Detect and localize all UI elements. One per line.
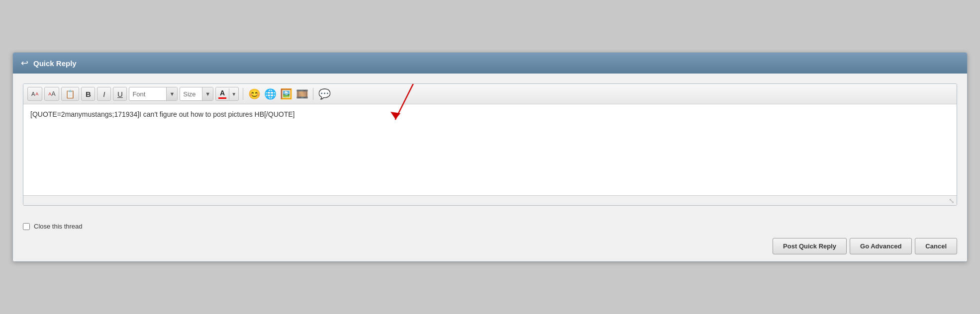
separator-2	[313, 88, 313, 100]
font-selector[interactable]: Font ▼	[129, 87, 178, 101]
image-button[interactable]: 🖼️	[279, 87, 293, 101]
clipboard-icon: 📋	[65, 89, 75, 99]
toolbar: A A A A 📋 B I	[23, 84, 957, 104]
font-increase-icon: A	[51, 90, 55, 97]
close-thread-checkbox[interactable]	[23, 223, 30, 230]
back-icon: ↩	[21, 58, 28, 69]
panel-body: A A A A 📋 B I	[13, 74, 967, 216]
panel-footer: Close this thread Post Quick Reply Go Ad…	[13, 216, 967, 261]
reply-textarea[interactable]: [QUOTE=2manymustangs;171934]I can't figu…	[23, 104, 957, 194]
size-selector-arrow[interactable]: ▼	[202, 87, 213, 100]
bold-label: B	[86, 90, 91, 98]
quote-button[interactable]: 💬	[317, 87, 331, 101]
font-color-button[interactable]: A ▼	[215, 87, 239, 101]
action-buttons-row: Post Quick Reply Go Advanced Cancel	[23, 236, 957, 254]
panel-title: Quick Reply	[33, 59, 77, 68]
size-selector-label: Size	[183, 90, 198, 98]
italic-button[interactable]: I	[97, 87, 111, 101]
globe-icon: 🌐	[264, 88, 277, 100]
underline-label: U	[117, 90, 123, 98]
color-indicator	[218, 97, 226, 99]
cancel-button[interactable]: Cancel	[915, 238, 957, 254]
resize-icon: ⤡	[949, 197, 955, 205]
clipboard-button[interactable]: 📋	[61, 87, 79, 101]
close-thread-row: Close this thread	[23, 223, 957, 230]
go-advanced-button[interactable]: Go Advanced	[850, 238, 912, 254]
editor-box: A A A A 📋 B I	[23, 83, 957, 206]
close-thread-label: Close this thread	[34, 223, 83, 230]
font-selector-label: Font	[132, 90, 162, 98]
editor-content-wrapper: [QUOTE=2manymustangs;171934]I can't figu…	[23, 104, 957, 205]
image-icon: 🖼️	[280, 88, 293, 100]
media-button[interactable]: 🎞️	[295, 87, 309, 101]
color-arrow-icon: ▼	[229, 91, 238, 97]
underline-button[interactable]: U	[113, 87, 127, 101]
font-decrease-button[interactable]: A A	[27, 87, 42, 101]
bold-button[interactable]: B	[81, 87, 95, 101]
panel-header: ↩ Quick Reply	[13, 53, 967, 74]
link-button[interactable]: 🌐	[263, 87, 277, 101]
quick-reply-panel: ↩ Quick Reply A A A A 📋	[12, 52, 968, 262]
italic-label: I	[103, 90, 105, 98]
emoji-button[interactable]: 😊	[247, 87, 261, 101]
emoji-icon: 😊	[248, 88, 261, 100]
size-selector[interactable]: Size ▼	[180, 87, 213, 101]
quote-icon: 💬	[318, 88, 331, 100]
resize-bar: ⤡	[23, 195, 957, 205]
font-increase-button[interactable]: A A	[44, 87, 59, 101]
media-icon: 🎞️	[296, 88, 308, 100]
post-quick-reply-button[interactable]: Post Quick Reply	[773, 238, 847, 254]
font-selector-arrow[interactable]: ▼	[166, 87, 177, 100]
font-color-icon: A	[220, 89, 225, 96]
font-decrease-icon: A	[31, 91, 35, 97]
separator-1	[243, 88, 243, 100]
